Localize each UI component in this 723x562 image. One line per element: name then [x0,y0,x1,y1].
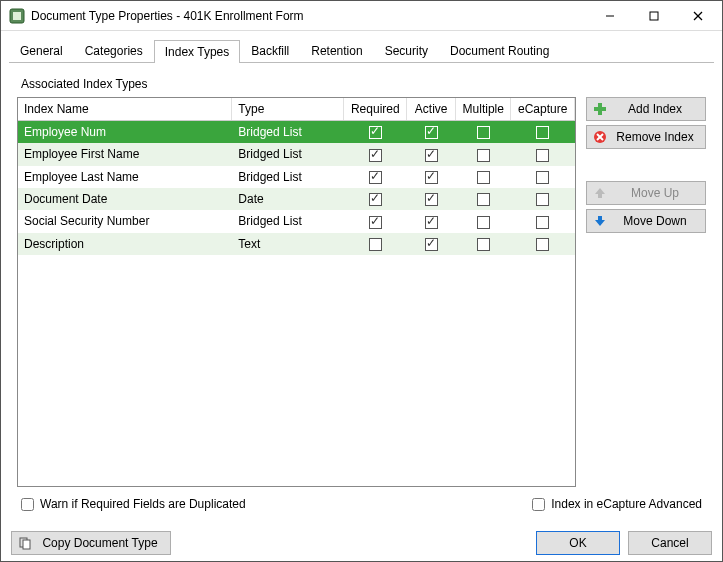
col-index-name[interactable]: Index Name [18,98,232,121]
active-checkbox[interactable] [425,171,438,184]
multiple-checkbox[interactable] [477,216,490,229]
cell-index-name: Document Date [18,188,232,210]
ecapture-checkbox[interactable] [536,193,549,206]
cell-type: Bridged List [232,143,344,165]
cell-active [407,233,456,255]
move-down-button[interactable]: Move Down [586,209,706,233]
tab-retention[interactable]: Retention [300,39,373,62]
active-checkbox[interactable] [425,216,438,229]
ecapture-checkbox[interactable] [536,171,549,184]
ok-button[interactable]: OK [536,531,620,555]
dialog-window: Document Type Properties - 401K Enrollme… [0,0,723,562]
move-up-button[interactable]: Move Up [586,181,706,205]
warn-duplicated-label: Warn if Required Fields are Duplicated [40,497,246,511]
side-buttons: Add Index Remove Index Move Up Move Down [586,97,706,487]
warn-duplicated-checkbox[interactable] [21,498,34,511]
ecapture-checkbox[interactable] [536,238,549,251]
move-down-label: Move Down [611,214,699,228]
active-checkbox[interactable] [425,126,438,139]
multiple-checkbox[interactable] [477,193,490,206]
ok-label: OK [569,536,586,550]
cell-index-name: Employee Num [18,121,232,144]
ecapture-checkbox[interactable] [536,216,549,229]
cell-multiple [456,233,511,255]
col-multiple[interactable]: Multiple [456,98,511,121]
table-row[interactable]: Employee NumBridged List [18,121,575,144]
cell-multiple [456,143,511,165]
required-checkbox[interactable] [369,171,382,184]
close-button[interactable] [676,2,720,30]
cell-ecapture [511,166,575,188]
cell-index-name: Employee Last Name [18,166,232,188]
plus-icon [593,102,607,116]
minimize-button[interactable] [588,2,632,30]
ecapture-checkbox[interactable] [536,149,549,162]
copy-icon [18,536,32,550]
ecapture-advanced-checkbox[interactable] [532,498,545,511]
cell-required [344,233,407,255]
cell-active [407,121,456,144]
svg-marker-12 [595,216,605,226]
required-checkbox[interactable] [369,193,382,206]
cell-active [407,166,456,188]
tab-index-types[interactable]: Index Types [154,40,241,63]
svg-rect-7 [594,107,606,111]
col-ecapture[interactable]: eCapture [511,98,575,121]
remove-index-button[interactable]: Remove Index [586,125,706,149]
cell-multiple [456,188,511,210]
cell-type: Bridged List [232,166,344,188]
index-types-table: Index Name Type Required Active Multiple… [17,97,576,487]
cell-index-name: Employee First Name [18,143,232,165]
tab-general[interactable]: General [9,39,74,62]
multiple-checkbox[interactable] [477,149,490,162]
table-row[interactable]: Employee First NameBridged List [18,143,575,165]
tab-document-routing[interactable]: Document Routing [439,39,560,62]
tab-backfill[interactable]: Backfill [240,39,300,62]
svg-rect-14 [23,540,30,549]
cell-type: Text [232,233,344,255]
ecapture-advanced-option[interactable]: Index in eCapture Advanced [532,497,702,511]
required-checkbox[interactable] [369,238,382,251]
cell-type: Bridged List [232,210,344,232]
col-required[interactable]: Required [344,98,407,121]
table-header-row: Index Name Type Required Active Multiple… [18,98,575,121]
multiple-checkbox[interactable] [477,126,490,139]
table-empty-area [18,255,575,486]
col-type[interactable]: Type [232,98,344,121]
maximize-button[interactable] [632,2,676,30]
cell-required [344,121,407,144]
ecapture-checkbox[interactable] [536,126,549,139]
cell-required [344,210,407,232]
warn-duplicated-option[interactable]: Warn if Required Fields are Duplicated [21,497,246,511]
required-checkbox[interactable] [369,126,382,139]
copy-document-type-button[interactable]: Copy Document Type [11,531,171,555]
multiple-checkbox[interactable] [477,171,490,184]
col-active[interactable]: Active [407,98,456,121]
cell-multiple [456,210,511,232]
tab-categories[interactable]: Categories [74,39,154,62]
arrow-down-icon [593,214,607,228]
tab-security[interactable]: Security [374,39,439,62]
move-up-label: Move Up [611,186,699,200]
multiple-checkbox[interactable] [477,238,490,251]
active-checkbox[interactable] [425,193,438,206]
arrow-up-icon [593,186,607,200]
cell-ecapture [511,233,575,255]
cell-type: Bridged List [232,121,344,144]
add-index-button[interactable]: Add Index [586,97,706,121]
table-row[interactable]: DescriptionText [18,233,575,255]
remove-index-label: Remove Index [611,130,699,144]
table-row[interactable]: Document DateDate [18,188,575,210]
cell-index-name: Social Security Number [18,210,232,232]
required-checkbox[interactable] [369,216,382,229]
table-row[interactable]: Employee Last NameBridged List [18,166,575,188]
active-checkbox[interactable] [425,149,438,162]
svg-rect-1 [13,12,21,20]
table-row[interactable]: Social Security NumberBridged List [18,210,575,232]
active-checkbox[interactable] [425,238,438,251]
cancel-button[interactable]: Cancel [628,531,712,555]
required-checkbox[interactable] [369,149,382,162]
titlebar: Document Type Properties - 401K Enrollme… [1,1,722,31]
cell-required [344,166,407,188]
cell-ecapture [511,210,575,232]
